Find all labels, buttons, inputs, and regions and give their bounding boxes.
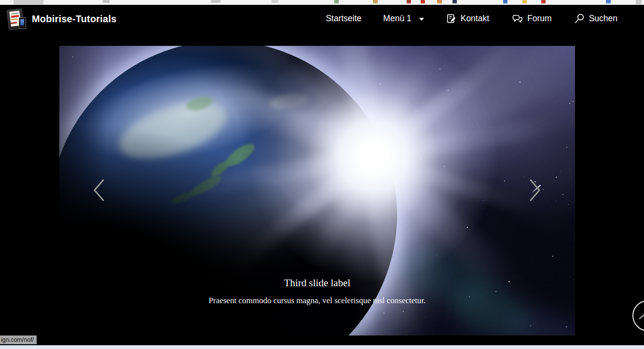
nav-label: Forum [527,14,552,24]
browser-chrome-strip [0,0,644,5]
favicon-sliver [421,0,425,3]
tab-sliver [272,0,278,3]
night-vignette [59,46,575,335]
edit-note-icon [446,13,457,24]
status-bar-url: ign.com/nof/ [0,335,37,344]
book-and-phone-logo-icon [6,7,27,30]
nav-item-suchen[interactable]: Suchen [574,13,617,25]
nav-item-kontakt[interactable]: Kontakt [446,13,489,24]
nav-label: Startseite [326,14,361,24]
main-menu: Startseite Menü 1 Kontakt [326,5,617,32]
carousel-next-button[interactable] [523,176,547,205]
navbar: Mobirise-Tutorials Startseite Menü 1 Kon… [0,5,644,43]
chevron-up-circle-icon [633,324,644,332]
favicon-sliver [503,0,507,3]
magnifier-icon [574,13,585,25]
taskbar-strip [0,345,644,349]
brand-title: Mobirise-Tutorials [32,14,116,25]
favicon-sliver [541,0,546,3]
slide-description: Praesent commodo cursus magna, vel scele… [59,296,575,306]
favicon-sliver [522,0,527,3]
favicon-sliver [407,0,411,3]
favicon-sliver [373,0,378,3]
nav-item-menue-1[interactable]: Menü 1 [383,14,424,24]
nav-label: Kontakt [461,14,489,24]
tab-sliver [14,0,43,4]
favicon-sliver [334,0,339,3]
carousel-prev-button[interactable] [87,176,110,205]
tab-sliver [636,0,642,4]
nav-item-startseite[interactable]: Startseite [326,14,361,24]
favicon-sliver [437,0,442,3]
chevron-right-icon [527,197,543,204]
favicon-sliver [606,0,611,3]
nav-label: Menü 1 [383,14,411,24]
hero-carousel: Third slide label Praesent commodo cursu… [59,46,575,335]
brand-link[interactable]: Mobirise-Tutorials [6,7,116,30]
chevron-left-icon [91,197,107,204]
nav-item-forum[interactable]: Forum [511,13,552,24]
favicon-sliver [452,0,457,3]
slide-title: Third slide label [59,277,575,289]
chat-bubbles-icon [511,13,523,24]
page: { "navbar": { "brand": "Mobirise-Tutoria… [0,0,644,349]
caret-down-icon [419,18,424,21]
tab-sliver [211,0,220,3]
nav-label: Suchen [589,14,617,24]
tab-sliver [103,0,110,3]
scroll-to-top-button[interactable] [632,300,644,331]
